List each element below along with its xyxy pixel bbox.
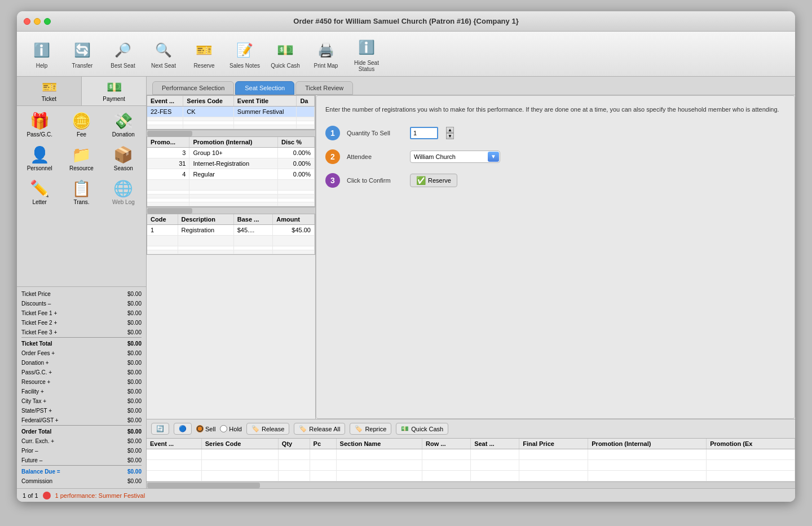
traffic-lights <box>24 18 51 25</box>
summary-pass-gc: Pass/G.C. + $0.00 <box>21 368 142 377</box>
fee-col-amount: Amount <box>273 214 315 225</box>
qty-down-button[interactable]: ▼ <box>446 133 454 139</box>
icon-pass-gc[interactable]: 🎁 Pass/G.C. <box>19 108 60 141</box>
trans-icon: 📋 <box>72 179 91 198</box>
results-scrollbar-h[interactable] <box>147 481 795 488</box>
icon-personnel[interactable]: 👤 Personnel <box>19 142 60 175</box>
donation-icon: 💸 <box>113 112 133 130</box>
attendee-select[interactable]: William Church <box>410 151 500 163</box>
order-total-label: Order Total <box>21 427 51 436</box>
summary-state-pst: State/PST + $0.00 <box>21 406 142 416</box>
attendee-label: Attendee <box>347 153 403 160</box>
maximize-button[interactable] <box>44 18 51 25</box>
tab-payment[interactable]: 💵 Payment <box>82 77 146 105</box>
step1-circle: 1 <box>325 126 340 140</box>
toolbar-hide-seat-status[interactable]: ℹ️ Hide Seat Status <box>347 34 386 74</box>
info-icon: 🔵 <box>179 425 187 432</box>
transfer-icon: 🔄 <box>71 39 94 61</box>
icon-trans[interactable]: 📋 Trans. <box>61 176 102 209</box>
summary-federal-gst: Federal/GST + $0.00 <box>21 416 142 425</box>
best-seat-icon: 🔎 <box>112 39 134 61</box>
res-col-row: Row ... <box>422 439 471 449</box>
results-empty-2 <box>147 460 795 471</box>
fee-row-1[interactable]: 1 Registration $45.... $45.00 <box>147 225 315 236</box>
promo-row-1[interactable]: 3 Group 10+ 0.00% <box>147 148 315 158</box>
summary-order-fees: Order Fees + $0.00 <box>21 348 142 358</box>
toolbar-help[interactable]: ℹ️ Help <box>23 37 61 71</box>
sell-radio-label[interactable]: Sell <box>196 425 215 432</box>
promo-scrollbar[interactable] <box>147 207 315 214</box>
icon-donation[interactable]: 💸 Donation <box>103 108 144 141</box>
left-tabs: 🎫 Ticket 💵 Payment <box>17 77 146 106</box>
fee-code-1: 1 <box>147 225 178 236</box>
qty-up-button[interactable]: ▲ <box>446 127 454 133</box>
attendee-select-wrapper: William Church ▼ <box>410 151 500 163</box>
reserve-check-icon: ✅ <box>416 176 426 185</box>
res-col-series: Series Code <box>201 439 278 449</box>
event-cell: 22-FES <box>147 107 183 117</box>
toolbar-next-seat[interactable]: 🔍 Next Seat <box>144 37 183 71</box>
left-data-panel: Event ... Series Code Event Title Da 22-… <box>147 95 316 419</box>
next-seat-label: Next Seat <box>151 63 176 69</box>
icon-web-log[interactable]: 🌐 Web Log <box>103 176 144 209</box>
reprice-button[interactable]: 🏷️ Reprice <box>350 423 391 435</box>
letter-icon: ✏️ <box>30 179 50 198</box>
event-row[interactable]: 22-FES CK Summer Festival <box>147 107 315 117</box>
quick-cash-bottom-button[interactable]: 💵 Quick Cash <box>396 423 448 435</box>
sell-radio[interactable] <box>196 425 204 432</box>
tab-performance-selection[interactable]: Performance Selection <box>152 81 234 95</box>
icon-grid: 🎁 Pass/G.C. 🪙 Fee 💸 Donation 👤 Personnel… <box>17 106 146 211</box>
help-label: Help <box>36 63 48 69</box>
ticket-price-label: Ticket Price <box>21 289 51 299</box>
close-button[interactable] <box>24 18 30 25</box>
toolbar-best-seat[interactable]: 🔎 Best Seat <box>104 37 142 71</box>
release-all-button[interactable]: 🏷️ Release All <box>294 423 345 435</box>
print-map-icon: 🖨️ <box>315 39 337 61</box>
balance-due-label: Balance Due = <box>21 467 60 476</box>
release-button[interactable]: 🏷️ Release <box>246 423 289 435</box>
pass-gc-sum-label: Pass/G.C. + <box>21 368 52 377</box>
ticket-price-value: $0.00 <box>127 289 142 299</box>
event-row-empty3 <box>147 125 315 129</box>
quick-cash-bottom-icon: 💵 <box>401 425 409 432</box>
tab-ticket[interactable]: 🎫 Ticket <box>17 77 82 105</box>
summary-balance-due: Balance Due = $0.00 <box>21 465 142 476</box>
toolbar-print-map[interactable]: 🖨️ Print Map <box>307 37 345 71</box>
promo-name-3: Regular <box>189 169 278 180</box>
hold-radio[interactable] <box>220 425 227 432</box>
promo-row-2[interactable]: 31 Internet-Registration 0.00% <box>147 158 315 169</box>
toolbar-sales-notes[interactable]: 📝 Sales Notes <box>226 37 264 71</box>
promotions-grid: Promo... Promotion (Internal) Disc % 3 G… <box>147 136 315 207</box>
events-scrollbar[interactable] <box>147 130 315 136</box>
promo-disc-1: 0.00% <box>277 148 314 158</box>
prior-value: $0.00 <box>127 446 142 456</box>
status-dot-icon <box>43 492 51 500</box>
summary-ticket-fee3: Ticket Fee 3 + $0.00 <box>21 328 142 337</box>
facility-label: Facility + <box>21 387 44 396</box>
release-all-icon: 🏷️ <box>299 425 307 432</box>
icon-letter[interactable]: ✏️ Letter <box>19 176 60 209</box>
pass-gc-icon: 🎁 <box>30 112 50 130</box>
payment-tab-icon: 💵 <box>107 80 122 95</box>
toolbar-transfer[interactable]: 🔄 Transfer <box>63 37 102 71</box>
promo-row-3[interactable]: 4 Regular 0.00% <box>147 169 315 180</box>
resource-icon: 📁 <box>72 145 91 164</box>
icon-season[interactable]: 📦 Season <box>103 142 144 175</box>
title-cell: Summer Festival <box>233 107 297 117</box>
icon-resource[interactable]: 📁 Resource <box>61 142 102 175</box>
ticket-fee1-value: $0.00 <box>127 308 142 318</box>
refresh-button[interactable]: 🔄 <box>151 423 169 435</box>
tab-ticket-review[interactable]: Ticket Review <box>295 81 353 95</box>
statusbar: 1 of 1 1 performance: Summer Festival <box>17 488 795 502</box>
hold-radio-label[interactable]: Hold <box>220 425 242 432</box>
promo-empty1 <box>147 180 315 191</box>
toolbar-quick-cash[interactable]: 💵 Quick Cash <box>266 37 304 71</box>
minimize-button[interactable] <box>34 18 41 25</box>
discounts-label: Discounts – <box>21 299 51 308</box>
quantity-input[interactable] <box>410 127 438 139</box>
info-button[interactable]: 🔵 <box>174 423 192 435</box>
reserve-button[interactable]: ✅ Reserve <box>410 174 457 187</box>
tab-seat-selection[interactable]: Seat Selection <box>235 81 294 95</box>
toolbar-reserve[interactable]: 🎫 Reserve <box>185 37 223 71</box>
icon-fee[interactable]: 🪙 Fee <box>61 108 102 141</box>
